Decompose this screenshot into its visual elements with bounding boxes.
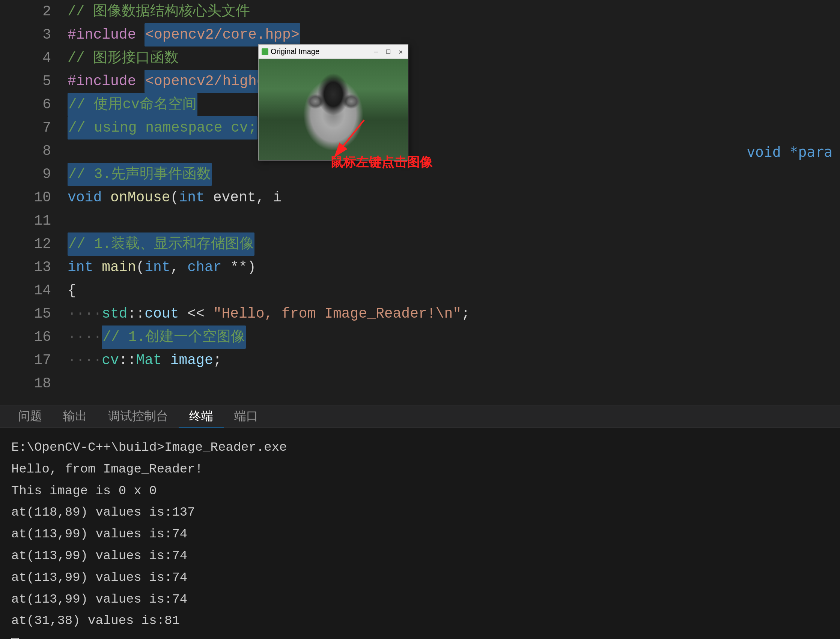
code-line: void onMouse(int event, i: [68, 186, 840, 209]
terminal-line: □: [11, 632, 829, 639]
code-line: #include <opencv2/core.hpp>: [68, 23, 840, 46]
code-token: **): [222, 256, 256, 279]
line-number: 11: [0, 209, 51, 232]
code-token: ::: [128, 302, 145, 326]
code-token: ····: [68, 326, 102, 349]
line-number: 7: [0, 116, 51, 140]
tab-terminal[interactable]: 终端: [179, 405, 224, 428]
code-line: // 图像数据结构核心头文件: [68, 0, 840, 23]
terminal-line: at(113,99) values is:74: [11, 545, 829, 567]
code-token: std: [102, 302, 127, 326]
terminal-line: at(113,99) values is:74: [11, 523, 829, 545]
code-token: // 3.先声明事件函数: [68, 163, 212, 186]
line-number: 16: [0, 326, 51, 349]
tab-output[interactable]: 输出: [53, 405, 97, 428]
code-line: // using namespace cv;: [68, 116, 840, 140]
code-token: <opencv2/core.hpp>: [145, 23, 300, 46]
image-window-title: Original Image: [261, 47, 319, 56]
line-numbers: 23456789101112131415161718: [0, 0, 60, 405]
code-line: // 图形接口函数: [68, 46, 840, 70]
terminal-line: This image is 0 x 0: [11, 480, 829, 502]
line-number: 12: [0, 232, 51, 256]
maximize-button[interactable]: □: [384, 47, 393, 56]
terminal-line: at(118,89) values is:137: [11, 502, 829, 523]
tab-debug-console[interactable]: 调试控制台: [97, 405, 179, 428]
image-window-titlebar: Original Image — □ ✕: [258, 45, 408, 59]
line-number: 2: [0, 0, 51, 23]
code-line: [68, 140, 840, 163]
code-token: Mat: [136, 349, 161, 372]
code-line: #include <opencv2/highgui: [68, 70, 840, 93]
code-token: char: [187, 256, 222, 279]
svg-line-1: [334, 120, 364, 157]
code-token: cv: [102, 349, 119, 372]
code-line: ····cv::Mat image;: [68, 349, 840, 372]
code-token: // 1.创建一个空图像: [102, 326, 246, 349]
code-token: // 图像数据结构核心头文件: [68, 0, 250, 23]
terminal-content: E:\OpenCV-C++\build>Image_Reader.exeHell…: [0, 428, 840, 639]
code-token: int: [68, 256, 93, 279]
window-title-text: Original Image: [271, 47, 319, 56]
code-token: ;: [461, 302, 470, 326]
line-number: 9: [0, 163, 51, 186]
code-token: // 1.装载、显示和存储图像: [68, 232, 255, 256]
terminal-line: at(113,99) values is:74: [11, 567, 829, 589]
code-token: ····: [68, 349, 102, 372]
code-token: #include: [68, 70, 145, 93]
code-token: (: [171, 186, 179, 209]
line-number: 3: [0, 23, 51, 46]
code-token: onMouse: [110, 186, 171, 209]
line-number: 13: [0, 256, 51, 279]
code-token: {: [68, 279, 76, 302]
line-number: 10: [0, 186, 51, 209]
terminal-line: Hello, from Image_Reader!: [11, 459, 829, 480]
code-token: <<: [179, 302, 213, 326]
tab-problems[interactable]: 问题: [8, 405, 53, 428]
line-number: 6: [0, 93, 51, 116]
code-token: [162, 349, 171, 372]
bottom-panel: 问题 输出 调试控制台 终端 端口 E:\OpenCV-C++\build>Im…: [0, 405, 840, 639]
code-token: [93, 256, 102, 279]
line-number: 14: [0, 279, 51, 302]
line-number: 4: [0, 46, 51, 70]
editor-area: 23456789101112131415161718 // 图像数据结构核心头文…: [0, 0, 840, 405]
code-token: // using namespace cv;: [68, 116, 257, 140]
code-line: [68, 372, 840, 395]
code-token: int: [179, 186, 204, 209]
code-token: ····: [68, 302, 102, 326]
terminal-line: at(113,99) values is:74: [11, 589, 829, 610]
mouse-annotation: 鼠标左键点击图像: [330, 154, 432, 171]
code-token: int: [145, 256, 170, 279]
code-token: main: [102, 256, 136, 279]
code-token: "Hello, from Image_Reader!\n": [213, 302, 461, 326]
code-line: // 使用cv命名空间: [68, 93, 840, 116]
window-controls[interactable]: — □ ✕: [372, 47, 405, 57]
code-token: ;: [213, 349, 222, 372]
close-button[interactable]: ✕: [396, 47, 405, 57]
code-token: cout: [145, 302, 179, 326]
code-token: // 使用cv命名空间: [68, 93, 198, 116]
code-token: event, i: [204, 186, 282, 209]
tab-ports[interactable]: 端口: [224, 405, 269, 428]
terminal-line: E:\OpenCV-C++\build>Image_Reader.exe: [11, 437, 829, 459]
line-number: 17: [0, 349, 51, 372]
line-number: 8: [0, 140, 51, 163]
line-number: 18: [0, 372, 51, 395]
code-line: // 1.装载、显示和存储图像: [68, 232, 840, 256]
code-token: [102, 186, 110, 209]
line-number: 15: [0, 302, 51, 326]
code-line: // 3.先声明事件函数: [68, 163, 840, 186]
code-line: int main(int, char **): [68, 256, 840, 279]
right-code-peek: void *para: [739, 140, 840, 164]
code-token: ::: [119, 349, 136, 372]
code-content: // 图像数据结构核心头文件#include <opencv2/core.hpp…: [60, 0, 840, 405]
line-number: 5: [0, 70, 51, 93]
panel-tabs[interactable]: 问题 输出 调试控制台 终端 端口: [0, 405, 840, 428]
code-token: void: [68, 186, 102, 209]
minimize-button[interactable]: —: [372, 47, 381, 56]
code-line: {: [68, 279, 840, 302]
code-token: // 图形接口函数: [68, 46, 179, 70]
code-line: ····std::cout << "Hello, from Image_Read…: [68, 302, 840, 326]
code-line: ····// 1.创建一个空图像: [68, 326, 840, 349]
window-icon: [261, 48, 268, 55]
